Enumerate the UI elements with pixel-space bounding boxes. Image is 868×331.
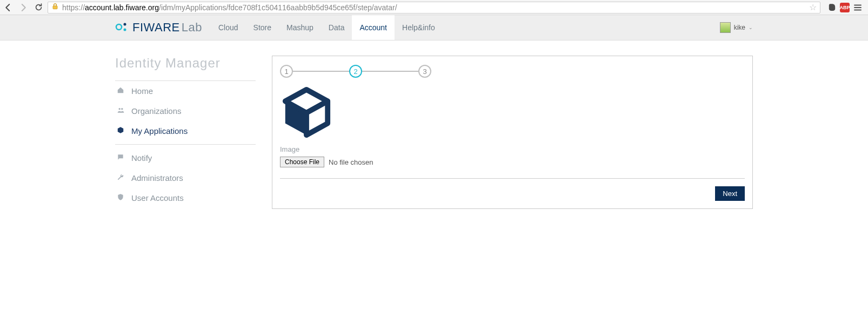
file-status: No file chosen [329,158,373,166]
nav-help[interactable]: Help&info [395,15,443,40]
browser-bar: https://account.lab.fiware.org/idm/myApp… [0,0,868,15]
image-label: Image [280,145,745,153]
sidebar-separator [115,144,256,145]
chevron-down-icon: ⌄ [749,25,753,30]
logo-text-fi: FI [132,21,144,34]
back-icon[interactable] [3,3,13,12]
shield-icon [116,193,125,202]
nav-store[interactable]: Store [246,15,279,40]
logo-text-lab: Lab [182,21,202,34]
sidebar-item-user-accounts[interactable]: User Accounts [115,188,256,208]
evernote-icon[interactable] [827,3,837,12]
nav-mashup[interactable]: Mashup [279,15,321,40]
username: kike [734,24,745,31]
sidebar-item-notify[interactable]: Notify [115,148,256,168]
sidebar-item-label: My Applications [131,126,188,136]
svg-point-4 [118,108,121,110]
user-menu[interactable]: kike ⌄ [720,22,753,33]
nav-data[interactable]: Data [321,15,352,40]
lock-icon [51,3,59,12]
svg-point-1 [116,24,122,30]
step-line [362,71,418,72]
svg-rect-0 [53,6,57,9]
sidebar-item-label: User Accounts [131,193,184,202]
browser-nav-buttons [3,3,43,12]
stepper: 1 2 3 [280,65,745,78]
nav-links: Cloud Store Mashup Data Account Help&inf… [211,15,443,40]
sidebar-item-label: Notify [131,153,152,163]
next-button[interactable]: Next [715,186,745,201]
logo-text-ware: WARE [144,21,180,34]
sidebar-item-home[interactable]: Home [115,81,256,101]
wrench-icon [116,173,125,183]
sidebar-item-label: Organizations [131,106,182,116]
file-input-row: Choose File No file chosen [280,157,745,179]
bookmark-star-icon[interactable]: ☆ [809,2,817,12]
logo-mark-icon [115,20,129,36]
step-2[interactable]: 2 [349,65,362,78]
url-bar[interactable]: https://account.lab.fiware.org/idm/myApp… [48,2,820,13]
avatar [720,22,731,33]
cube-icon [116,126,125,136]
app-image-preview [280,85,745,140]
adblock-icon[interactable]: ABP [840,3,850,12]
sidebar-item-my-applications[interactable]: My Applications [115,121,256,141]
svg-point-2 [124,23,126,25]
step-line [293,71,349,72]
svg-point-5 [121,108,123,110]
people-icon [116,106,125,116]
svg-point-3 [124,28,126,31]
choose-file-button[interactable]: Choose File [280,157,324,167]
browser-extensions: ABP [825,3,865,12]
sidebar: Identity Manager Home Organizations My A… [115,56,256,209]
sidebar-title: Identity Manager [115,56,256,71]
menu-icon[interactable] [853,3,863,12]
step-3[interactable]: 3 [418,65,431,78]
reload-icon[interactable] [34,3,43,12]
chat-icon [116,153,125,163]
top-navbar: FIWARELab Cloud Store Mashup Data Accoun… [0,15,868,40]
main-panel: 1 2 3 Image Choose File No file chosen N… [272,56,753,209]
sidebar-item-administrators[interactable]: Administrators [115,168,256,188]
sidebar-item-label: Home [131,86,153,96]
forward-icon[interactable] [18,3,28,12]
home-icon [116,86,125,96]
sidebar-item-label: Administrators [131,173,183,183]
url-text: https://account.lab.fiware.org/idm/myApp… [62,3,806,12]
step-1[interactable]: 1 [280,65,293,78]
nav-cloud[interactable]: Cloud [211,15,246,40]
sidebar-item-organizations[interactable]: Organizations [115,101,256,121]
fiware-logo[interactable]: FIWARELab [115,20,202,36]
nav-account[interactable]: Account [352,15,395,40]
